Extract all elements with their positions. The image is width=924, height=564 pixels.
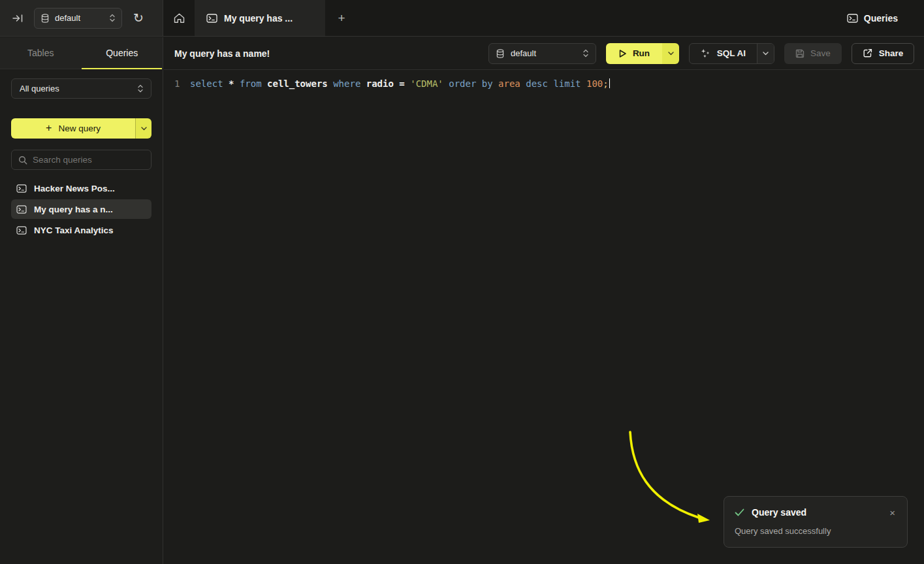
query-terminal-icon: [16, 184, 27, 193]
sidebar-content: All queries + New query: [0, 69, 163, 240]
sql-token: 100: [586, 78, 603, 89]
chevron-down-icon: [668, 52, 674, 56]
toast-query-saved: Query saved × Query saved successfully: [724, 496, 908, 548]
sql-ai-label: SQL AI: [717, 48, 746, 58]
tab-tables-label: Tables: [27, 48, 54, 58]
editor-line-1[interactable]: 1 select * from cell_towers where radio …: [164, 76, 924, 91]
sql-token: radio: [366, 78, 400, 89]
share-button[interactable]: Share: [852, 43, 914, 64]
sql-token: ;: [603, 78, 608, 89]
query-list-item[interactable]: NYC Taxi Analytics: [11, 220, 151, 240]
query-filter-select[interactable]: All queries: [11, 78, 151, 99]
search-queries-box: [11, 150, 151, 170]
sql-token: desc: [526, 78, 553, 89]
chevron-updown-icon: [110, 14, 115, 22]
query-item-label: NYC Taxi Analytics: [34, 225, 114, 235]
toast-title: Query saved: [752, 507, 881, 518]
share-icon: [863, 48, 872, 58]
sql-code: select * from cell_towers where radio = …: [190, 76, 610, 91]
play-icon: [618, 49, 627, 58]
plus-icon: +: [46, 122, 52, 134]
sidebar-header: default ↻: [0, 0, 163, 36]
new-query-main[interactable]: + New query: [11, 118, 135, 139]
queries-terminal-icon: [847, 14, 858, 23]
top-bar: default ↻ My query has: [0, 0, 924, 37]
database-selector[interactable]: default: [34, 8, 122, 29]
sql-token: where: [333, 78, 366, 89]
database-selector-value: default: [55, 13, 104, 23]
sql-token: order by: [449, 78, 498, 89]
check-icon: [735, 508, 744, 516]
top-bar-spacer: [358, 0, 847, 36]
run-button[interactable]: Run: [606, 43, 662, 64]
main-panel: My query has a name! default: [164, 37, 924, 564]
line-number: 1: [164, 76, 183, 91]
toast-message: Query saved successfully: [735, 526, 897, 536]
new-query-dropdown[interactable]: [135, 118, 151, 139]
save-button-label: Save: [810, 48, 831, 58]
tab-my-query[interactable]: My query has ...: [195, 0, 325, 36]
search-queries-input[interactable]: [33, 155, 148, 165]
query-header: My query has a name! default: [164, 37, 924, 70]
new-query-button[interactable]: + New query: [11, 118, 151, 139]
sql-ai-button[interactable]: SQL AI: [690, 44, 757, 63]
query-terminal-icon: [16, 226, 27, 235]
save-icon: [795, 49, 805, 58]
tab-queries[interactable]: Queries: [82, 37, 163, 69]
chevron-down-icon: [141, 127, 147, 131]
sql-token: *: [229, 78, 240, 89]
sql-token: =: [399, 78, 410, 89]
run-database-value: default: [511, 48, 577, 58]
sidebar: Tables Queries All queries + New query: [0, 37, 163, 564]
run-database-selector[interactable]: default: [488, 43, 596, 64]
close-icon[interactable]: ×: [888, 508, 897, 518]
plus-icon: +: [338, 11, 345, 25]
home-button[interactable]: [163, 0, 195, 36]
query-list: Hacker News Pos... My query has a n... N…: [11, 178, 151, 240]
database-icon: [41, 14, 49, 23]
sql-token: 'CDMA': [410, 78, 449, 89]
text-cursor: [609, 78, 611, 88]
refresh-icon[interactable]: ↻: [129, 8, 148, 28]
sql-token: area: [498, 78, 526, 89]
share-button-label: Share: [879, 48, 904, 58]
tab-label: My query has ...: [224, 13, 293, 24]
new-tab-button[interactable]: +: [325, 0, 358, 36]
tab-queries-label: Queries: [106, 48, 138, 58]
sql-token: select: [190, 78, 229, 89]
chevron-updown-icon: [138, 84, 143, 93]
sidebar-tabs: Tables Queries: [0, 37, 163, 69]
sql-ai-dropdown[interactable]: [757, 44, 774, 63]
new-query-label: New query: [58, 124, 101, 133]
queries-indicator-label: Queries: [864, 13, 898, 24]
tab-tables[interactable]: Tables: [0, 37, 82, 69]
query-terminal-icon: [16, 205, 27, 214]
queries-indicator[interactable]: Queries: [847, 0, 924, 36]
sql-ai-button-group: SQL AI: [689, 43, 774, 64]
query-list-item[interactable]: Hacker News Pos...: [11, 178, 151, 198]
sparkles-icon: [701, 48, 710, 58]
query-item-label: My query has a n...: [34, 205, 113, 214]
query-filter-value: All queries: [20, 84, 59, 93]
sql-token: limit: [553, 78, 586, 89]
collapse-sidebar-icon[interactable]: [8, 8, 27, 28]
database-icon: [496, 49, 504, 58]
run-dropdown[interactable]: [662, 43, 679, 64]
sql-editor[interactable]: 1 select * from cell_towers where radio …: [164, 70, 924, 91]
query-list-item-selected[interactable]: My query has a n...: [11, 199, 151, 219]
query-title: My query has a name!: [174, 48, 270, 59]
query-item-label: Hacker News Pos...: [34, 184, 115, 193]
sql-token: cell_towers: [267, 78, 333, 89]
run-button-label: Run: [633, 48, 650, 58]
chevron-updown-icon: [583, 49, 588, 58]
chevron-down-icon: [763, 52, 769, 56]
search-icon: [18, 156, 27, 165]
tab-strip: My query has ... + Queries: [163, 0, 924, 36]
query-terminal-icon: [206, 14, 217, 23]
save-button[interactable]: Save: [784, 43, 842, 64]
sql-token: from: [240, 78, 267, 89]
home-icon: [173, 12, 185, 24]
toast-header: Query saved ×: [735, 507, 897, 518]
run-button-group: Run: [606, 43, 679, 64]
